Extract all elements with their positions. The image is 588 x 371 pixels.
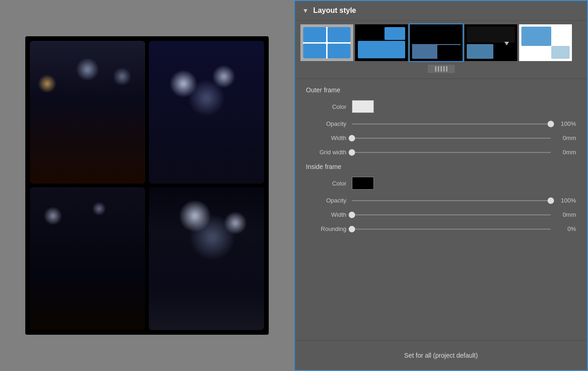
inside-frame-rounding-slider-container: 0% (352, 225, 576, 232)
panel-header: ▼ Layout style (295, 1, 587, 21)
inside-frame-section: Inside frame Color Opacity 100% (306, 163, 576, 232)
outer-frame-color-swatch[interactable] (352, 100, 374, 113)
inside-frame-rounding-label: Rounding (306, 225, 352, 232)
bottom-bar: Set for all (project default) (295, 340, 587, 370)
scroll-dot (441, 66, 442, 72)
outer-frame-grid-width-track[interactable] (352, 152, 551, 153)
settings-area: Outer frame Color Opacity 100% W (295, 79, 587, 340)
inside-frame-width-slider-container: 0mm (352, 211, 576, 218)
inside-frame-width-track[interactable] (352, 214, 551, 215)
inside-frame-width-thumb[interactable] (349, 212, 355, 218)
outer-frame-grid-width-slider-container: 0mm (352, 149, 576, 156)
outer-frame-opacity-thumb[interactable] (548, 121, 554, 127)
inside-frame-opacity-slider-container: 100% (352, 197, 576, 204)
inside-frame-opacity-value: 100% (555, 197, 576, 204)
left-panel (0, 0, 294, 371)
inside-frame-width-row: Width 0mm (306, 211, 576, 218)
scroll-dot (435, 66, 436, 72)
layout-thumb-4[interactable] (464, 24, 517, 61)
outer-frame-color-row: Color (306, 100, 576, 113)
outer-frame-opacity-value: 100% (555, 120, 576, 127)
layout-thumb-5[interactable] (519, 24, 572, 61)
outer-frame-width-thumb[interactable] (349, 135, 355, 141)
scroll-dot (438, 66, 439, 72)
photo-cell-1[interactable] (30, 41, 145, 184)
collapse-arrow-icon[interactable]: ▼ (302, 7, 309, 14)
outer-frame-width-value: 0mm (555, 135, 576, 141)
right-panel: ▼ Layout style (294, 0, 588, 371)
outer-frame-grid-width-value: 0mm (555, 149, 576, 156)
inside-frame-color-row: Color (306, 177, 576, 190)
inside-frame-opacity-row: Opacity 100% (306, 197, 576, 204)
outer-frame-title: Outer frame (306, 86, 576, 94)
inside-frame-width-value: 0mm (555, 211, 576, 218)
photo-cell-4[interactable] (149, 187, 264, 330)
inside-frame-opacity-thumb[interactable] (548, 197, 554, 204)
inside-frame-rounding-thumb[interactable] (349, 226, 355, 232)
inside-frame-rounding-row: Rounding 0% (306, 225, 576, 232)
inside-frame-title: Inside frame (306, 163, 576, 170)
outer-frame-section: Outer frame Color Opacity 100% W (306, 86, 576, 156)
set-default-button[interactable]: Set for all (project default) (306, 347, 576, 364)
outer-frame-width-label: Width (306, 135, 352, 141)
layout-thumb-3[interactable] (410, 24, 463, 61)
inside-frame-opacity-label: Opacity (306, 197, 352, 204)
outer-frame-color-label: Color (306, 103, 352, 110)
collage-container (25, 36, 269, 335)
outer-frame-grid-width-row: Grid width 0mm (306, 149, 576, 156)
scroll-dots (428, 65, 455, 73)
outer-frame-width-slider-container: 0mm (352, 135, 576, 141)
photo-cell-3[interactable] (30, 187, 145, 330)
scroll-dot (443, 66, 445, 72)
thumbnails-area (295, 21, 587, 79)
outer-frame-grid-width-label: Grid width (306, 149, 352, 156)
outer-frame-opacity-row: Opacity 100% (306, 120, 576, 127)
scroll-dot (446, 66, 447, 72)
panel-title: Layout style (313, 6, 356, 15)
photo-cell-2[interactable] (149, 41, 264, 184)
outer-frame-grid-width-thumb[interactable] (349, 149, 355, 156)
scroll-indicator (300, 63, 582, 75)
layout-thumb-2[interactable] (355, 24, 408, 61)
outer-frame-opacity-track[interactable] (352, 124, 551, 124)
inside-frame-rounding-track[interactable] (352, 229, 551, 230)
inside-frame-color-swatch[interactable] (352, 177, 374, 190)
outer-frame-width-track[interactable] (352, 138, 551, 139)
inside-frame-width-label: Width (306, 211, 352, 218)
inside-frame-rounding-value: 0% (555, 225, 576, 232)
thumbnails-row (300, 24, 582, 61)
inside-frame-opacity-track[interactable] (352, 200, 551, 201)
inside-frame-color-label: Color (306, 180, 352, 187)
outer-frame-width-row: Width 0mm (306, 135, 576, 141)
layout-thumb-1[interactable] (300, 24, 353, 61)
outer-frame-opacity-label: Opacity (306, 120, 352, 127)
outer-frame-opacity-slider-container: 100% (352, 120, 576, 127)
